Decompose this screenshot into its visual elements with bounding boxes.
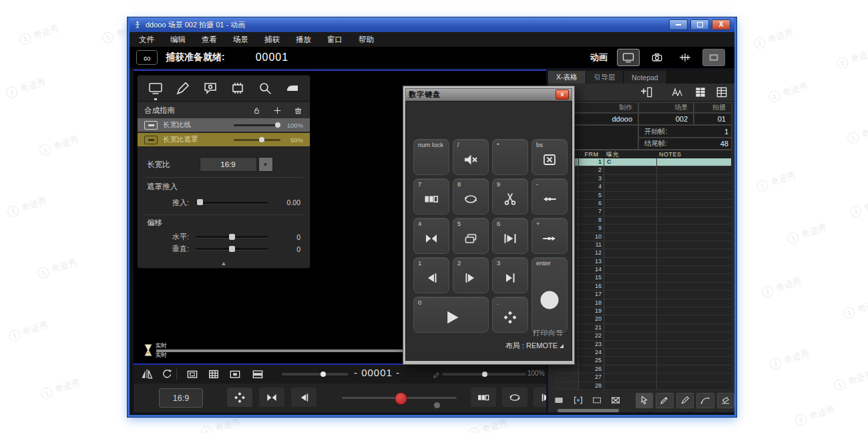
exposure-cell[interactable] [604, 241, 657, 249]
eraser-icon[interactable] [717, 393, 734, 408]
keypad-key-9[interactable]: 9 [492, 178, 528, 214]
test-shot-toggle-button[interactable] [702, 49, 725, 66]
xsheet-row[interactable]: 15 [555, 274, 731, 282]
xsheet-row[interactable]: 21 [555, 324, 731, 332]
minimize-button[interactable] [669, 19, 688, 30]
xsheet-row[interactable]: 4 [555, 183, 731, 191]
notes-cell[interactable] [657, 241, 731, 249]
xsheet-row[interactable]: 13 [555, 258, 731, 266]
horizontal-scrollbar[interactable] [558, 409, 619, 412]
menu-item[interactable]: 捕获 [264, 35, 280, 45]
dashed-frame-icon[interactable] [589, 394, 605, 408]
notes-cell[interactable] [657, 332, 731, 339]
keypad-key-bs[interactable]: bs [531, 139, 568, 175]
notes-cell[interactable] [657, 158, 731, 166]
offset-horizontal-slider[interactable] [196, 236, 268, 238]
exposure-cell[interactable] [604, 233, 657, 241]
pencil-tool-icon[interactable] [174, 80, 192, 96]
aspect-ratio-value[interactable]: 16:9 [200, 157, 257, 172]
keypad-key-1[interactable]: 1 [413, 257, 449, 293]
layout-selector[interactable]: 布局 : REMOTE [505, 341, 564, 351]
xsheet-row[interactable]: 28 [555, 382, 731, 390]
notes-cell[interactable] [657, 291, 731, 298]
exposure-cell[interactable] [604, 274, 657, 281]
exposure-cell[interactable] [604, 249, 657, 257]
exposure-cell[interactable] [604, 225, 657, 232]
notes-cell[interactable] [657, 216, 731, 224]
guide-row-aspect-line[interactable]: 长宽比线 100% [138, 118, 310, 132]
exposure-cell[interactable] [604, 192, 657, 199]
tab-xsheet[interactable]: X-表格 [548, 71, 586, 84]
xsheet-row[interactable]: 25 [555, 357, 731, 365]
keypad-key-6[interactable]: 6 [492, 218, 528, 254]
menu-item[interactable]: 编辑 [170, 35, 186, 45]
exposure-cell[interactable] [604, 324, 657, 331]
xsheet-row[interactable]: 14 [555, 266, 731, 274]
exposure-cell[interactable] [604, 283, 657, 290]
xsheet-row[interactable]: 3 [555, 175, 731, 183]
camera-toggle-button[interactable] [646, 49, 668, 65]
notes-cell[interactable] [657, 274, 731, 281]
safe-area-icon[interactable] [184, 368, 200, 381]
magnifier-tool-icon[interactable] [256, 80, 274, 96]
keypad-key-enter[interactable]: enter [531, 257, 568, 333]
lock-icon[interactable] [252, 106, 262, 116]
notes-cell[interactable] [657, 324, 731, 331]
iron-tool-icon[interactable] [284, 80, 301, 96]
zoom-slider[interactable] [442, 373, 526, 376]
guide-opacity-slider[interactable] [234, 124, 280, 126]
xsheet-row[interactable]: 1C [555, 158, 731, 166]
exposure-cell[interactable] [604, 366, 657, 373]
keypad-key-7[interactable]: 7 [413, 178, 449, 214]
xsheet-row[interactable]: 20 [555, 315, 731, 323]
aspect-ratio-button[interactable]: 16:9 [159, 388, 203, 408]
notes-cell[interactable] [657, 357, 731, 364]
keypad-key--[interactable]: - [531, 178, 568, 214]
xsheet-row[interactable]: 16 [555, 283, 731, 291]
keypad-key-.[interactable]: . [492, 297, 528, 333]
notes-cell[interactable] [657, 175, 731, 182]
xsheet-row[interactable]: 7 [555, 208, 731, 216]
maximize-button[interactable] [690, 19, 709, 30]
exposure-cell[interactable] [604, 357, 657, 364]
exposure-cell[interactable] [604, 291, 657, 298]
keypad-close-button[interactable]: x [556, 90, 569, 100]
pencil2-icon[interactable] [676, 393, 694, 408]
camera-frame-icon[interactable] [551, 394, 567, 408]
xsheet-row[interactable]: 2 [555, 166, 731, 174]
notes-cell[interactable] [657, 266, 731, 273]
position-knob[interactable] [395, 392, 407, 405]
x-frame-icon[interactable] [608, 394, 624, 408]
offset-vertical-slider[interactable] [196, 248, 268, 250]
exposure-cell[interactable] [604, 374, 657, 381]
exposure-cell[interactable] [604, 307, 657, 315]
xsheet-row[interactable]: 10 [555, 233, 731, 241]
film-frame-tool-icon[interactable] [229, 80, 246, 96]
notes-cell[interactable] [657, 374, 731, 381]
picture-in-picture-icon[interactable] [227, 368, 243, 381]
exposure-cell[interactable] [604, 258, 657, 265]
exposure-cell[interactable] [604, 208, 657, 215]
notes-cell[interactable] [657, 166, 731, 174]
xsheet-row[interactable]: 23 [555, 341, 731, 349]
push-slider[interactable] [196, 202, 268, 204]
xsheet-row[interactable]: 5 [555, 192, 731, 200]
monitor-toggle-button[interactable] [617, 49, 640, 66]
titlebar[interactable]: ddooo 场景 002 拍摄 01 - 动画 X [130, 17, 734, 32]
playback-position-slider[interactable] [342, 397, 457, 399]
flip-horizontal-icon[interactable] [139, 368, 155, 381]
monitor-tool-icon[interactable] [147, 80, 164, 96]
rotate-icon[interactable] [159, 368, 175, 381]
opacity-slider[interactable] [282, 373, 349, 376]
exposure-cell[interactable] [604, 315, 657, 323]
bracket-frame-icon[interactable] [570, 394, 586, 408]
menu-item[interactable]: 播放 [296, 35, 311, 45]
xsheet-row[interactable]: 19 [555, 307, 731, 315]
timeline-bar[interactable] [156, 349, 409, 352]
select-cursor-icon[interactable] [636, 393, 653, 408]
audio-waveform-toggle-button[interactable] [674, 49, 696, 65]
review-bubble-tool-icon[interactable] [202, 80, 219, 96]
menu-item[interactable]: 场景 [233, 35, 248, 45]
menu-item[interactable]: 查看 [202, 35, 217, 45]
plus-icon[interactable] [272, 106, 282, 116]
